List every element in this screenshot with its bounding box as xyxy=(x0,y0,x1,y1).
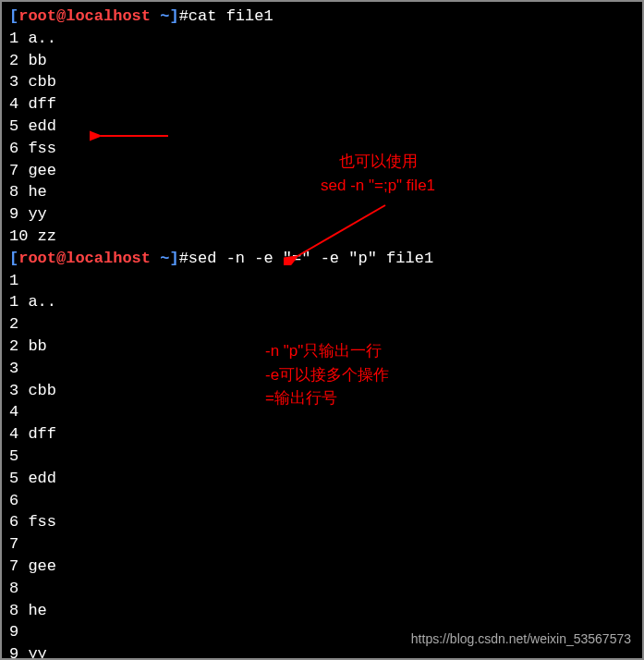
hash: # xyxy=(179,250,188,267)
output-line: 1 a.. xyxy=(9,291,635,313)
svg-line-3 xyxy=(298,205,385,256)
watermark: https://blog.csdn.net/weixin_53567573 xyxy=(411,630,631,649)
output-line: 5 edd xyxy=(9,468,635,490)
annotation-alternative: 也可以使用 sed -n "=;p" file1 xyxy=(321,150,435,197)
hash: # xyxy=(179,7,188,25)
annotation-text: =输出行号 xyxy=(265,386,389,410)
bracket-close: ] xyxy=(169,250,178,267)
user-host: root@localhost xyxy=(18,7,151,25)
output-line: 7 xyxy=(9,533,635,556)
output-line: 8 he xyxy=(9,600,635,622)
output-line: 6 fss xyxy=(9,511,635,533)
output-line: 8 xyxy=(9,578,635,600)
annotation-text: sed -n "=;p" file1 xyxy=(321,174,435,198)
output-line: 1 xyxy=(9,270,635,292)
bracket-open: [ xyxy=(9,7,18,25)
annotation-explanation: -n "p"只输出一行 -e可以接多个操作 =输出行号 xyxy=(265,339,389,410)
user-host: root@localhost xyxy=(18,250,151,267)
output-line: 5 xyxy=(9,446,635,468)
output-line: 1 a.. xyxy=(9,28,635,50)
tilde: ~ xyxy=(151,250,169,267)
output-line: 7 gee xyxy=(9,556,635,578)
arrow-left-icon xyxy=(90,127,173,145)
output-line: 2 bb xyxy=(9,50,635,72)
output-line: 2 xyxy=(9,313,635,336)
output-line: 6 xyxy=(9,490,635,512)
annotation-text: -e可以接多个操作 xyxy=(265,363,389,387)
annotation-text: -n "p"只输出一行 xyxy=(265,339,389,363)
output-line: 4 dff xyxy=(9,423,635,446)
command-1[interactable]: cat file1 xyxy=(188,7,273,25)
bracket-close: ] xyxy=(169,7,178,25)
arrow-diagonal-icon xyxy=(284,201,395,265)
output-line: 4 dff xyxy=(9,93,635,116)
annotation-text: 也可以使用 xyxy=(321,150,435,174)
output-line: 3 cbb xyxy=(9,71,635,93)
prompt-line-1: [root@localhost ~]#cat file1 xyxy=(9,6,635,28)
tilde: ~ xyxy=(151,7,169,25)
bracket-open: [ xyxy=(9,250,18,267)
